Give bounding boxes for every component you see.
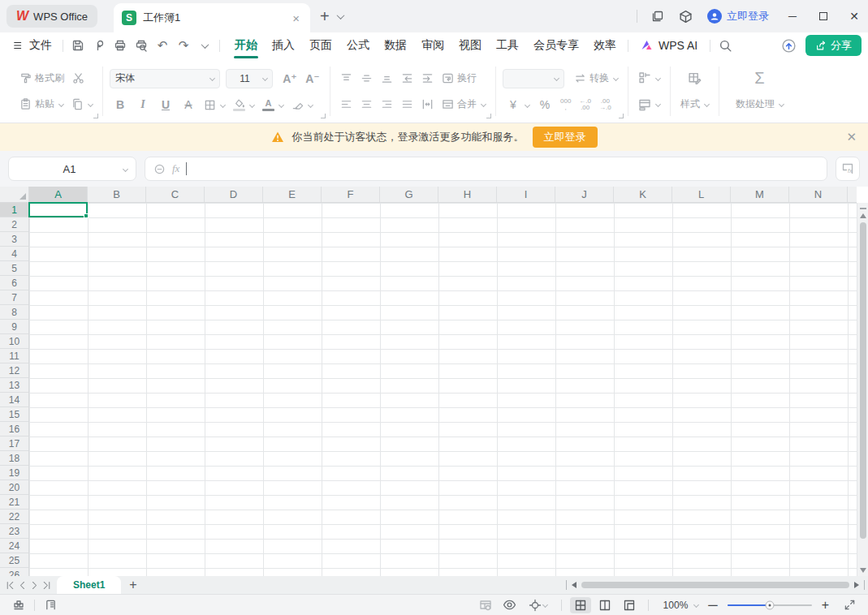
cloud-upload-icon[interactable] — [778, 36, 799, 55]
view-page-break-button[interactable] — [619, 597, 640, 613]
customize-quick-access-chevron-icon[interactable] — [194, 36, 215, 55]
column-header-H[interactable]: H — [438, 187, 497, 202]
wps-home-button[interactable]: W WPS Office — [6, 5, 97, 28]
zoom-slider[interactable] — [728, 604, 812, 606]
align-top-button[interactable] — [337, 70, 356, 87]
row-header-2[interactable]: 2 — [0, 217, 28, 232]
row-header-3[interactable]: 3 — [0, 232, 28, 247]
share-button[interactable]: 分享 — [805, 35, 862, 56]
wps-ai-button[interactable]: WPS AI — [633, 39, 706, 52]
export-pdf-icon[interactable] — [89, 36, 110, 55]
search-icon[interactable] — [715, 36, 736, 55]
column-header-E[interactable]: E — [263, 187, 322, 202]
menu-tab-页面[interactable]: 页面 — [302, 32, 339, 58]
fill-color-button[interactable] — [230, 97, 257, 114]
new-tab-button[interactable]: + — [320, 8, 330, 24]
zoom-level[interactable]: 100% — [663, 600, 689, 611]
expand-formula-bar-button[interactable]: fx — [836, 157, 860, 181]
notice-close-icon[interactable]: ✕ — [841, 128, 862, 146]
menu-tab-工具[interactable]: 工具 — [489, 32, 526, 58]
view-page-layout-button[interactable] — [594, 597, 615, 613]
row-header-7[interactable]: 7 — [0, 290, 28, 305]
shrink-font-button[interactable]: A⁻ — [302, 70, 323, 88]
formula-input[interactable]: fx — [145, 157, 827, 181]
borders-button[interactable] — [201, 97, 228, 114]
increase-indent-button[interactable] — [418, 70, 437, 87]
column-header-A[interactable]: A — [29, 187, 88, 202]
menu-tab-公式[interactable]: 公式 — [339, 32, 377, 58]
row-header-6[interactable]: 6 — [0, 276, 28, 290]
align-left-button[interactable] — [337, 96, 356, 113]
number-dialog-launcher-icon[interactable] — [618, 113, 624, 119]
percent-format-button[interactable]: % — [534, 96, 555, 114]
row-header-26[interactable]: 26 — [0, 568, 28, 576]
menu-tab-视图[interactable]: 视图 — [451, 32, 489, 58]
scroll-up-icon[interactable] — [860, 213, 866, 218]
grow-font-button[interactable]: A⁺ — [279, 70, 300, 88]
print-preview-icon[interactable] — [131, 36, 152, 55]
row-header-1[interactable]: 1 — [0, 203, 28, 217]
font-size-combo[interactable]: 11 — [226, 69, 273, 88]
vertical-scroll-thumb[interactable] — [860, 222, 866, 539]
row-header-12[interactable]: 12 — [0, 363, 28, 378]
split-handle[interactable] — [860, 208, 866, 209]
column-header-G[interactable]: G — [380, 187, 438, 202]
increase-decimal-button[interactable]: ←.0.00 — [576, 96, 594, 114]
clipboard-dialog-launcher-icon[interactable] — [93, 113, 99, 119]
menu-tab-审阅[interactable]: 审阅 — [414, 32, 451, 58]
row-header-20[interactable]: 20 — [0, 480, 28, 495]
underline-button[interactable]: U — [155, 96, 176, 114]
currency-format-button[interactable]: ¥ — [503, 96, 533, 114]
fullscreen-icon[interactable] — [839, 596, 860, 614]
previous-sheet-icon[interactable] — [17, 580, 28, 591]
row-header-13[interactable]: 13 — [0, 378, 28, 393]
minimize-button[interactable]: ─ — [779, 5, 806, 28]
select-all-corner[interactable] — [0, 187, 29, 203]
comma-format-button[interactable]: 000, — [557, 96, 574, 114]
align-center-button[interactable] — [357, 96, 376, 113]
row-header-23[interactable]: 23 — [0, 524, 28, 539]
row-header-22[interactable]: 22 — [0, 510, 28, 524]
document-tab-close-icon[interactable]: × — [290, 11, 302, 25]
italic-button[interactable]: I — [132, 96, 153, 114]
redo-icon[interactable]: ↷ — [173, 36, 194, 55]
column-header-K[interactable]: K — [614, 187, 672, 202]
zoom-slider-thumb[interactable] — [765, 600, 774, 609]
cell-style-button[interactable] — [684, 69, 705, 88]
menu-tab-会员专享[interactable]: 会员专享 — [526, 32, 586, 58]
decrease-indent-button[interactable] — [398, 70, 417, 87]
distributed-button[interactable] — [418, 96, 437, 113]
print-icon[interactable] — [110, 36, 131, 55]
merge-cells-button[interactable]: 合并 — [438, 95, 489, 114]
menu-tab-数据[interactable]: 数据 — [377, 32, 414, 58]
save-icon[interactable] — [67, 36, 89, 55]
row-header-10[interactable]: 10 — [0, 334, 28, 349]
row-header-11[interactable]: 11 — [0, 349, 28, 363]
row-header-8[interactable]: 8 — [0, 305, 28, 320]
row-header-18[interactable]: 18 — [0, 451, 28, 466]
cut-button[interactable] — [69, 70, 88, 87]
worksheet-button[interactable] — [635, 96, 663, 114]
eye-icon[interactable] — [499, 596, 520, 614]
column-header-D[interactable]: D — [205, 187, 263, 202]
fill-handle[interactable] — [84, 213, 89, 218]
notes-icon[interactable] — [40, 596, 61, 614]
clear-button[interactable] — [288, 97, 316, 114]
number-format-combo[interactable] — [503, 69, 564, 88]
next-sheet-icon[interactable] — [29, 580, 40, 591]
alignment-dialog-launcher-icon[interactable] — [486, 113, 492, 119]
format-painter-button[interactable]: 格式刷 — [16, 69, 67, 88]
font-dialog-launcher-icon[interactable] — [320, 113, 326, 119]
menu-tab-效率[interactable]: 效率 — [586, 32, 624, 58]
row-header-17[interactable]: 17 — [0, 437, 28, 451]
zoom-chevron-icon[interactable] — [693, 602, 699, 608]
scroll-down-icon[interactable] — [860, 568, 866, 573]
convert-button[interactable]: 转换 — [571, 69, 621, 88]
zoom-out-button[interactable]: ─ — [702, 598, 723, 613]
horizontal-scrollbar[interactable] — [566, 576, 868, 594]
fx-icon[interactable]: fx — [172, 162, 179, 175]
row-header-24[interactable]: 24 — [0, 539, 28, 553]
notice-login-button[interactable]: 立即登录 — [533, 127, 598, 148]
menu-tab-开始[interactable]: 开始 — [227, 32, 265, 58]
horizontal-scroll-thumb[interactable] — [581, 582, 849, 588]
